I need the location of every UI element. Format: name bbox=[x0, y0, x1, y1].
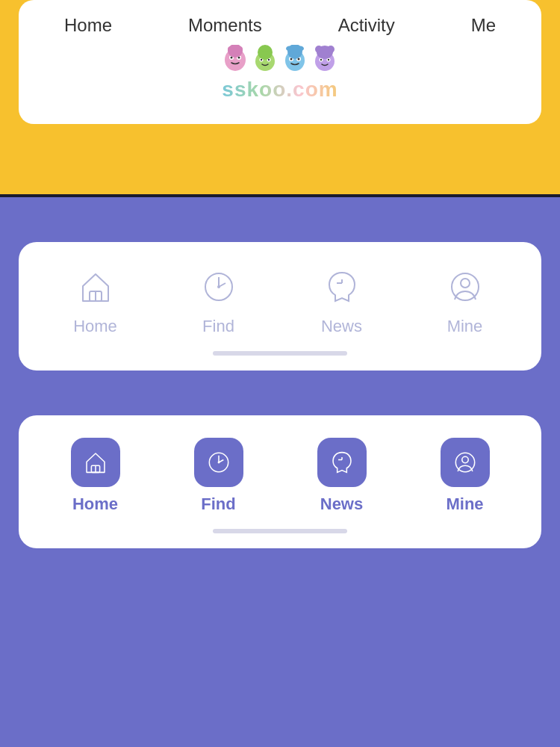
nav-me[interactable]: Me bbox=[471, 15, 496, 36]
find-outline-icon-container bbox=[196, 264, 241, 309]
outline-tab-mine[interactable]: Mine bbox=[403, 264, 526, 336]
svg-point-27 bbox=[328, 59, 329, 61]
char1-icon bbox=[221, 45, 249, 73]
logo-area: sskoo.com bbox=[222, 78, 337, 102]
filled-home-label: Home bbox=[72, 495, 118, 514]
home-filled-icon bbox=[81, 448, 110, 477]
svg-point-30 bbox=[327, 46, 335, 53]
outline-tab-items: Home Find bbox=[34, 264, 526, 336]
outline-find-label: Find bbox=[202, 317, 234, 336]
news-filled-icon bbox=[328, 448, 356, 477]
news-filled-icon-container bbox=[317, 438, 367, 487]
find-outline-icon bbox=[199, 267, 239, 307]
filled-tab-card: Home Find bbox=[19, 415, 541, 548]
home-indicator-outline bbox=[213, 351, 347, 356]
news-outline-icon-container bbox=[320, 264, 364, 309]
outline-tab-news[interactable]: News bbox=[280, 264, 403, 336]
filled-mine-label: Mine bbox=[446, 495, 483, 514]
nav-activity[interactable]: Activity bbox=[338, 15, 395, 36]
svg-line-46 bbox=[219, 459, 223, 462]
nav-home[interactable]: Home bbox=[64, 15, 112, 36]
filled-tab-news[interactable]: News bbox=[280, 438, 403, 514]
bottom-section: Home Find bbox=[0, 197, 560, 747]
nav-moments[interactable]: Moments bbox=[188, 15, 262, 36]
mine-outline-icon-container bbox=[443, 264, 488, 309]
svg-point-12 bbox=[268, 59, 270, 61]
top-nav: Home Moments Activity Me bbox=[26, 15, 534, 36]
news-outline-icon bbox=[322, 267, 362, 307]
svg-point-21 bbox=[286, 46, 293, 52]
mine-filled-icon-container bbox=[441, 438, 490, 487]
svg-point-6 bbox=[228, 46, 234, 52]
logo-text: sskoo.com bbox=[222, 78, 337, 102]
filled-tab-mine[interactable]: Mine bbox=[403, 438, 526, 514]
filled-tab-find[interactable]: Find bbox=[157, 438, 280, 514]
char3-icon bbox=[281, 45, 309, 73]
svg-point-7 bbox=[237, 46, 243, 52]
top-section: Home Moments Activity Me bbox=[0, 0, 560, 194]
outline-home-label: Home bbox=[73, 317, 117, 336]
svg-point-50 bbox=[461, 456, 467, 462]
top-card: Home Moments Activity Me bbox=[19, 0, 541, 124]
filled-tab-home[interactable]: Home bbox=[34, 438, 157, 514]
home-outline-icon bbox=[75, 267, 116, 307]
find-filled-icon bbox=[205, 448, 233, 477]
home-outline-icon-container bbox=[73, 264, 118, 309]
filled-news-label: News bbox=[320, 495, 363, 514]
svg-point-11 bbox=[261, 59, 262, 61]
find-filled-icon-container bbox=[194, 438, 243, 487]
home-filled-icon-container bbox=[71, 438, 120, 487]
filled-tab-items: Home Find bbox=[34, 438, 526, 514]
char4-icon bbox=[311, 45, 339, 73]
outline-tab-card: Home Find bbox=[19, 242, 541, 371]
svg-point-26 bbox=[320, 59, 322, 61]
outline-mine-label: Mine bbox=[447, 317, 483, 336]
svg-line-36 bbox=[219, 283, 225, 287]
svg-point-29 bbox=[315, 46, 323, 53]
outline-tab-home[interactable]: Home bbox=[34, 264, 157, 336]
outline-tab-find[interactable]: Find bbox=[157, 264, 280, 336]
outline-news-label: News bbox=[321, 317, 362, 336]
top-card-wrapper: Home Moments Activity Me bbox=[19, 0, 541, 124]
filled-find-label: Find bbox=[201, 495, 235, 514]
svg-point-40 bbox=[461, 279, 470, 288]
home-indicator-filled bbox=[213, 529, 347, 533]
char2-icon bbox=[251, 45, 279, 73]
svg-point-14 bbox=[261, 46, 270, 52]
svg-point-22 bbox=[296, 46, 304, 52]
mine-outline-icon bbox=[445, 267, 485, 307]
mine-filled-icon bbox=[451, 448, 479, 477]
